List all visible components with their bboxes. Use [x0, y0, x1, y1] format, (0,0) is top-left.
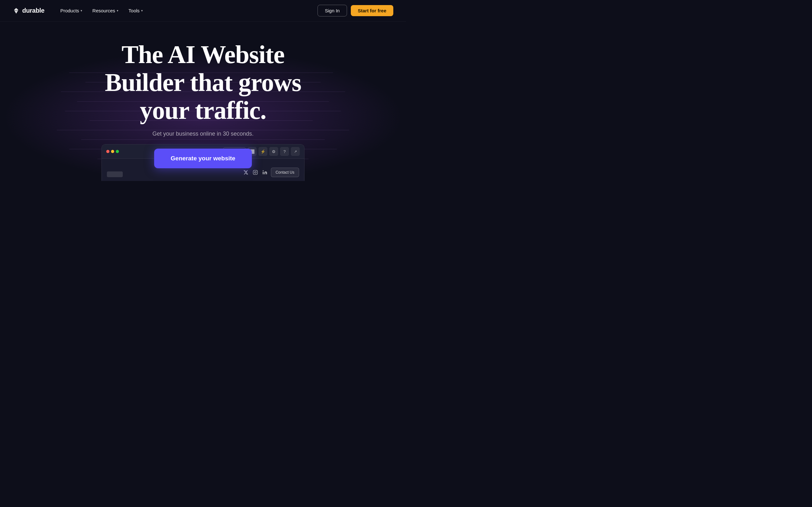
logo-text: durable: [22, 7, 44, 14]
nav-products[interactable]: Products ▾: [56, 5, 87, 16]
maximize-dot[interactable]: [116, 150, 119, 153]
svg-point-3: [263, 170, 264, 171]
instagram-icon[interactable]: [252, 169, 259, 176]
durable-logo-icon: [13, 7, 20, 14]
contact-us-button[interactable]: Contact Us: [271, 168, 299, 177]
hero-title: The AI Website Builder that grows your t…: [92, 41, 314, 124]
hero-section: The AI Website Builder that grows your t…: [0, 21, 406, 181]
nav-tools[interactable]: Tools ▾: [124, 5, 147, 16]
question-icon: ?: [283, 149, 286, 154]
start-free-button[interactable]: Start for free: [351, 5, 393, 16]
minimize-dot[interactable]: [111, 150, 114, 153]
linkedin-icon[interactable]: [261, 169, 268, 176]
close-dot[interactable]: [106, 150, 109, 153]
logo[interactable]: durable: [13, 7, 44, 14]
products-chevron-icon: ▾: [81, 9, 82, 12]
gear-icon-btn[interactable]: ⚙: [269, 147, 278, 156]
svg-point-1: [254, 171, 256, 173]
resources-chevron-icon: ▾: [117, 9, 118, 12]
lightning-icon-btn[interactable]: ⚡: [258, 147, 267, 156]
external-link-icon-btn[interactable]: ↗: [291, 147, 300, 156]
navbar: durable Products ▾ Resources ▾ Tools ▾ S…: [0, 0, 406, 21]
window-controls: [106, 150, 119, 153]
twitter-icon[interactable]: [242, 169, 249, 176]
gear-icon: ⚙: [272, 149, 275, 154]
navbar-left: durable Products ▾ Resources ▾ Tools ▾: [13, 5, 147, 16]
generate-website-button[interactable]: Generate your website: [154, 149, 252, 168]
social-icons: [242, 169, 268, 176]
editor-footer-right: Contact Us: [242, 168, 299, 177]
navbar-right: Sign In Start for free: [317, 5, 393, 16]
external-link-icon: ↗: [294, 150, 297, 154]
lightning-icon: ⚡: [260, 149, 265, 154]
editor-nav-placeholder: [107, 171, 123, 177]
svg-point-2: [256, 171, 257, 171]
hero-subtitle: Get your business online in 30 seconds.: [152, 130, 253, 137]
tools-chevron-icon: ▾: [141, 9, 143, 12]
help-icon-btn[interactable]: ?: [280, 147, 289, 156]
svg-rect-0: [253, 170, 257, 174]
nav-menu: Products ▾ Resources ▾ Tools ▾: [56, 5, 147, 16]
nav-resources[interactable]: Resources ▾: [88, 5, 123, 16]
signin-button[interactable]: Sign In: [317, 5, 347, 16]
